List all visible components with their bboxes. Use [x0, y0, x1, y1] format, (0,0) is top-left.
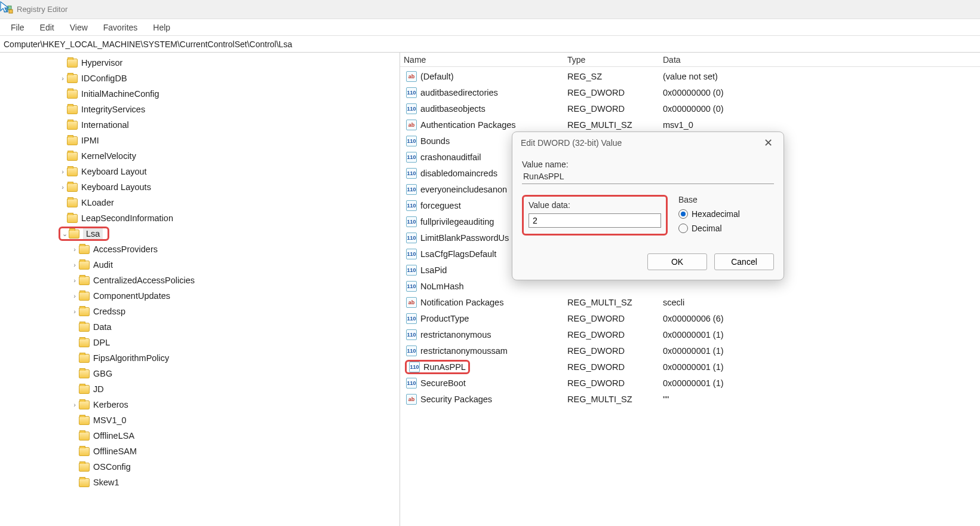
- tree-item-osconfig[interactable]: OSConfig: [0, 459, 400, 475]
- chevron-right-icon[interactable]: ›: [70, 246, 79, 253]
- value-name: ProductType: [420, 314, 469, 323]
- tree-item-international[interactable]: International: [0, 117, 400, 133]
- tree-item-keyboard-layout[interactable]: ›Keyboard Layout: [0, 164, 400, 179]
- menu-file[interactable]: File: [4, 20, 32, 35]
- cancel-button[interactable]: Cancel: [714, 253, 774, 270]
- folder-icon: [67, 105, 78, 114]
- close-icon[interactable]: ✕: [759, 135, 778, 151]
- reg-dword-icon: 110: [406, 200, 417, 211]
- tree-pane[interactable]: Hypervisor›IDConfigDBInitialMachineConfi…: [0, 53, 400, 526]
- list-item-runasppl[interactable]: 110RunAsPPLREG_DWORD0x00000001 (1): [400, 359, 980, 375]
- value-name: Bounds: [420, 136, 450, 146]
- tree-item-leapsecondinformation[interactable]: LeapSecondInformation: [0, 210, 400, 226]
- tree-item-offlinesam[interactable]: OfflineSAM: [0, 444, 400, 459]
- address-bar[interactable]: Computer\HKEY_LOCAL_MACHINE\SYSTEM\Curre…: [0, 36, 980, 53]
- tree-item-componentupdates[interactable]: ›ComponentUpdates: [0, 288, 400, 304]
- tree-label: AccessProviders: [93, 244, 158, 254]
- tree-item-kernelvelocity[interactable]: KernelVelocity: [0, 148, 400, 164]
- chevron-down-icon[interactable]: ⌄: [60, 230, 69, 238]
- list-item-security-packages[interactable]: abSecurity PackagesREG_MULTI_SZ"": [400, 391, 980, 407]
- list-header[interactable]: Name Type Data: [400, 53, 980, 67]
- tree-label: ComponentUpdates: [93, 291, 170, 301]
- value-name: LimitBlankPasswordUs: [420, 233, 509, 243]
- value-name-field[interactable]: [522, 169, 774, 184]
- list-item-restrictanonymous[interactable]: 110restrictanonymousREG_DWORD0x00000001 …: [400, 326, 980, 342]
- chevron-right-icon[interactable]: ›: [59, 75, 67, 82]
- tree-item-jd[interactable]: JD: [0, 381, 400, 397]
- chevron-right-icon[interactable]: ›: [70, 277, 79, 284]
- tree-item-kloader[interactable]: KLoader: [0, 195, 400, 210]
- value-data: 0x00000001 (1): [663, 362, 980, 372]
- value-data: (value not set): [663, 72, 980, 81]
- chevron-right-icon[interactable]: ›: [70, 292, 79, 299]
- tree-item-keyboard-layouts[interactable]: ›Keyboard Layouts: [0, 179, 400, 195]
- tree-item-data[interactable]: Data: [0, 319, 400, 335]
- list-item-nolmhash[interactable]: 110NoLmHash: [400, 278, 980, 294]
- col-header-data[interactable]: Data: [663, 55, 980, 65]
- menu-view[interactable]: View: [63, 20, 95, 35]
- tree-item-accessproviders[interactable]: ›AccessProviders: [0, 241, 400, 257]
- value-name: RunAsPPL: [423, 362, 466, 372]
- list-item-auditbaseobjects[interactable]: 110auditbaseobjectsREG_DWORD0x00000000 (…: [400, 100, 980, 117]
- radio-hexadecimal[interactable]: Hexadecimal: [678, 209, 774, 219]
- list-item-producttype[interactable]: 110ProductTypeREG_DWORD0x00000006 (6): [400, 310, 980, 326]
- value-type: REG_DWORD: [567, 362, 663, 372]
- radio-decimal[interactable]: Decimal: [678, 224, 774, 233]
- tree-label: KLoader: [81, 198, 114, 207]
- tree-item-fipsalgorithmpolicy[interactable]: FipsAlgorithmPolicy: [0, 350, 400, 366]
- tree-item-hypervisor[interactable]: Hypervisor: [0, 55, 400, 71]
- tree-item-credssp[interactable]: ›Credssp: [0, 304, 400, 319]
- tree-item-ipmi[interactable]: IPMI: [0, 133, 400, 148]
- chevron-right-icon[interactable]: ›: [70, 308, 79, 315]
- list-pane[interactable]: Name Type Data ab(Default)REG_SZ(value n…: [400, 53, 980, 526]
- tree-label: Skew1: [93, 478, 119, 487]
- tree-label: JD: [93, 384, 104, 394]
- tree-item-kerberos[interactable]: ›Kerberos: [0, 397, 400, 412]
- reg-dword-icon: 110: [406, 233, 417, 243]
- base-label: Base: [678, 195, 774, 204]
- list-item-secureboot[interactable]: 110SecureBootREG_DWORD0x00000001 (1): [400, 375, 980, 391]
- tree-label: Lsa: [83, 228, 103, 239]
- folder-icon: [67, 152, 78, 161]
- tree-item-lsa[interactable]: ⌄Lsa: [0, 226, 400, 241]
- tree-item-offlinelsa[interactable]: OfflineLSA: [0, 428, 400, 444]
- tree-label: Data: [93, 322, 112, 332]
- value-name: fullprivilegeauditing: [420, 217, 494, 227]
- folder-icon: [79, 276, 90, 285]
- reg-dword-icon: 110: [406, 136, 417, 146]
- list-item-restrictanonymoussam[interactable]: 110restrictanonymoussamREG_DWORD0x000000…: [400, 342, 980, 359]
- tree-item-integrityservices[interactable]: IntegrityServices: [0, 102, 400, 117]
- value-data: 0x00000001 (1): [663, 330, 980, 340]
- reg-dword-icon: 110: [406, 345, 417, 356]
- folder-icon: [79, 323, 90, 332]
- value-data-input[interactable]: [529, 213, 661, 228]
- chevron-right-icon[interactable]: ›: [59, 168, 67, 175]
- menu-edit[interactable]: Edit: [33, 20, 62, 35]
- tree-item-msv1_0[interactable]: MSV1_0: [0, 412, 400, 428]
- ok-button[interactable]: OK: [647, 253, 707, 270]
- chevron-right-icon[interactable]: ›: [59, 184, 67, 191]
- tree-item-audit[interactable]: ›Audit: [0, 257, 400, 273]
- menu-help[interactable]: Help: [146, 20, 177, 35]
- list-item-auditbasedirectories[interactable]: 110auditbasedirectoriesREG_DWORD0x000000…: [400, 84, 980, 100]
- value-type: REG_DWORD: [567, 378, 663, 388]
- titlebar: Registry Editor: [0, 0, 980, 19]
- tree-item-idconfigdb[interactable]: ›IDConfigDB: [0, 71, 400, 86]
- tree-item-gbg[interactable]: GBG: [0, 366, 400, 381]
- tree-label: Kerberos: [93, 400, 128, 409]
- list-item-notification-packages[interactable]: abNotification PackagesREG_MULTI_SZscecl…: [400, 294, 980, 310]
- col-header-name[interactable]: Name: [400, 55, 567, 65]
- list-item--default-[interactable]: ab(Default)REG_SZ(value not set): [400, 68, 980, 84]
- tree-label: International: [81, 120, 129, 130]
- tree-item-initialmachineconfig[interactable]: InitialMachineConfig: [0, 86, 400, 102]
- tree-label: Audit: [93, 260, 113, 270]
- chevron-right-icon[interactable]: ›: [70, 261, 79, 268]
- chevron-right-icon[interactable]: ›: [70, 401, 79, 408]
- tree-item-skew1[interactable]: Skew1: [0, 475, 400, 490]
- menu-favorites[interactable]: Favorites: [96, 20, 145, 35]
- list-item-authentication-packages[interactable]: abAuthentication PackagesREG_MULTI_SZmsv…: [400, 117, 980, 133]
- tree-label: LeapSecondInformation: [81, 213, 173, 223]
- col-header-type[interactable]: Type: [567, 55, 663, 65]
- tree-item-dpl[interactable]: DPL: [0, 335, 400, 350]
- tree-item-centralizedaccesspolicies[interactable]: ›CentralizedAccessPolicies: [0, 273, 400, 288]
